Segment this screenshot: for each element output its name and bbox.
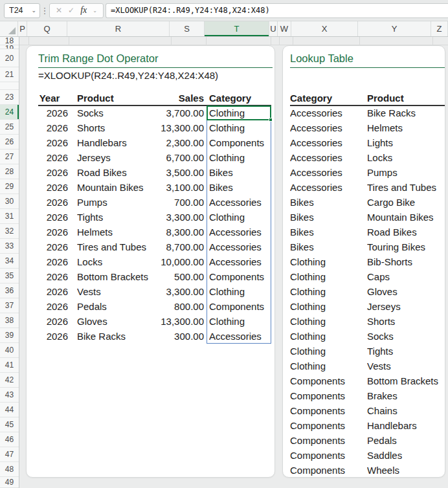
column-header-P[interactable]: P [18, 21, 27, 36]
row-header-24[interactable]: 24 [0, 105, 19, 120]
lookup-table-cell[interactable]: Gloves [367, 284, 443, 299]
lookup-table-cell[interactable]: Accessories [290, 180, 364, 195]
row-header-22[interactable]: 22 [0, 82, 19, 90]
formula-input[interactable]: =XLOOKUP(R24:.R49,Y24:Y48,X24:X48) [106, 3, 448, 18]
trim-table-cell[interactable]: 2026 [29, 135, 68, 150]
chevron-down-icon[interactable]: ⌄ [31, 7, 36, 14]
lookup-table-cell[interactable]: Locks [367, 150, 443, 165]
trim-table-cell[interactable]: 300.00 [147, 329, 204, 344]
lookup-table-cell[interactable]: Touring Bikes [367, 239, 443, 254]
column-header-sales[interactable]: Sales [147, 91, 204, 105]
lookup-table-cell[interactable]: Accessories [290, 120, 364, 135]
row-header-38[interactable]: 38 [0, 313, 19, 328]
lookup-table-cell[interactable]: Bikes [290, 195, 364, 210]
sheet-canvas[interactable]: Trim Range Dot Operator =XLOOKUP(R24:.R4… [19, 37, 448, 488]
lookup-table-cell[interactable]: Saddles [367, 448, 443, 463]
trim-table-cell[interactable]: 2026 [29, 284, 68, 299]
trim-table-cell[interactable]: Bikes [209, 165, 270, 180]
row-header-39[interactable]: 39 [0, 328, 19, 343]
lookup-table-cell[interactable]: Components [290, 388, 364, 403]
trim-table-cell[interactable]: 2026 [29, 329, 68, 344]
row-header-29[interactable]: 29 [0, 179, 19, 194]
row-header-43[interactable]: 43 [0, 388, 19, 403]
lookup-table-cell[interactable]: Chains [367, 403, 443, 418]
trim-table-cell[interactable]: 500.00 [147, 269, 204, 284]
row-header-25[interactable]: 25 [0, 120, 19, 135]
trim-table-cell[interactable]: Components [209, 135, 270, 150]
row-header-47[interactable]: 47 [0, 447, 19, 462]
lookup-table-cell[interactable]: Tights [367, 344, 443, 359]
row-header-31[interactable]: 31 [0, 209, 19, 224]
lookup-table-cell[interactable]: Bottom Brackets [367, 373, 443, 388]
lookup-table-cell[interactable]: Bib-Shorts [367, 254, 443, 269]
lookup-table-cell[interactable]: Tires and Tubes [367, 180, 443, 195]
column-header-W[interactable]: W [278, 21, 291, 36]
select-all-corner[interactable] [0, 21, 18, 36]
row-header-46[interactable]: 46 [0, 432, 19, 447]
column-header-lookup-category[interactable]: Category [290, 91, 364, 105]
trim-table-cell[interactable]: 10,000.00 [147, 254, 204, 269]
lookup-table-cell[interactable]: Components [290, 418, 364, 433]
column-header-S[interactable]: S [170, 21, 205, 36]
column-header-Z[interactable]: Z [431, 21, 448, 36]
lookup-table-cell[interactable]: Brakes [367, 388, 443, 403]
lookup-table-cell[interactable]: Components [290, 403, 364, 418]
lookup-table-cell[interactable]: Accessories [290, 135, 364, 150]
trim-table-cell[interactable]: 2,300.00 [147, 135, 204, 150]
column-header-year[interactable]: Year [29, 91, 70, 105]
row-header-45[interactable]: 45 [0, 417, 19, 432]
lookup-table-cell[interactable]: Clothing [290, 269, 364, 284]
lookup-table-cell[interactable]: Road Bikes [367, 225, 443, 239]
lookup-table-cell[interactable]: Pumps [367, 165, 443, 180]
lookup-table-cell[interactable]: Components [290, 463, 364, 478]
lookup-table-cell[interactable]: Clothing [290, 314, 364, 329]
lookup-table-cell[interactable]: Clothing [290, 299, 364, 314]
lookup-table-cell[interactable]: Cargo Bike [367, 195, 443, 210]
lookup-table-cell[interactable]: Lights [367, 135, 443, 150]
lookup-table-cell[interactable]: Wheels [367, 463, 443, 478]
lookup-table-cell[interactable]: Clothing [290, 329, 364, 344]
lookup-table-cell[interactable]: Bikes [290, 225, 364, 239]
column-header-Q[interactable]: Q [27, 21, 67, 36]
lookup-table-cell[interactable]: Components [290, 373, 364, 388]
trim-table-cell[interactable]: Bikes [209, 180, 270, 195]
lookup-table-cell[interactable]: Components [290, 448, 364, 463]
trim-table-cell[interactable]: 8,300.00 [147, 225, 204, 239]
trim-table-cell[interactable]: 2026 [29, 239, 68, 254]
cancel-icon[interactable]: ✕ [56, 6, 62, 15]
trim-table-cell[interactable]: Accessories [209, 329, 270, 344]
lookup-table-cell[interactable]: Pedals [367, 433, 443, 448]
lookup-table-cell[interactable]: Clothing [290, 254, 364, 269]
row-header-34[interactable]: 34 [0, 254, 19, 269]
row-header-44[interactable]: 44 [0, 403, 19, 417]
trim-table-cell[interactable]: Clothing [209, 120, 270, 135]
row-header-37[interactable]: 37 [0, 298, 19, 313]
name-box[interactable]: T24 ⌄ [4, 3, 40, 18]
row-header-42[interactable]: 42 [0, 373, 19, 388]
trim-table-cell[interactable]: Clothing [209, 105, 270, 120]
lookup-table-cell[interactable]: Bikes [290, 210, 364, 225]
trim-table-cell[interactable]: 6,700.00 [147, 150, 204, 165]
trim-table-cell[interactable]: 2026 [29, 150, 68, 165]
trim-table-cell[interactable]: 3,500.00 [147, 165, 204, 180]
lookup-table-cell[interactable]: Mountain Bikes [367, 210, 443, 225]
trim-table-cell[interactable]: 2026 [29, 269, 68, 284]
row-header-32[interactable]: 32 [0, 224, 19, 239]
trim-table-cell[interactable]: 2026 [29, 105, 68, 120]
column-header-lookup-product[interactable]: Product [367, 91, 443, 105]
trim-table-cell[interactable]: 800.00 [147, 299, 204, 314]
trim-table-cell[interactable]: Accessories [209, 239, 270, 254]
trim-table-cell[interactable]: 2026 [29, 254, 68, 269]
row-header-20[interactable]: 20 [0, 49, 19, 67]
trim-table-cell[interactable]: Clothing [209, 284, 270, 299]
trim-table-cell[interactable]: 2026 [29, 225, 68, 239]
lookup-table-cell[interactable]: Clothing [290, 284, 364, 299]
trim-table-cell[interactable]: 3,100.00 [147, 180, 204, 195]
trim-table-cell[interactable]: Clothing [209, 210, 270, 225]
row-header-49[interactable]: 49 [0, 477, 19, 488]
trim-table-cell[interactable]: Accessories [209, 225, 270, 239]
trim-table-cell[interactable]: Accessories [209, 195, 270, 210]
trim-table-cell[interactable]: Clothing [209, 150, 270, 165]
trim-table-cell[interactable]: Accessories [209, 254, 270, 269]
trim-table-cell[interactable]: 3,300.00 [147, 284, 204, 299]
